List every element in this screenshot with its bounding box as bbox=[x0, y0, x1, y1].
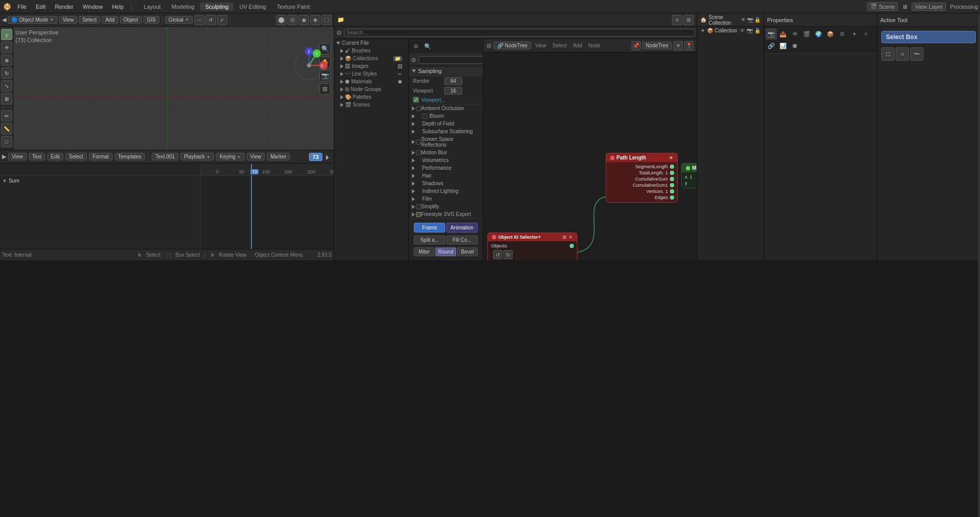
fb-filter-btn[interactable]: ⊞ bbox=[683, 15, 694, 25]
prop-icon-world[interactable]: 🌍 bbox=[813, 28, 824, 40]
fb-search-input[interactable] bbox=[344, 29, 695, 37]
fb-nodegroups[interactable]: ⊞ Node Groups bbox=[334, 85, 408, 93]
vp-add-menu[interactable]: Add bbox=[102, 16, 118, 24]
vp-view-menu[interactable]: View bbox=[59, 16, 78, 24]
fb-palettes[interactable]: 🎨 Palettes bbox=[334, 93, 408, 101]
navigation-gizmo[interactable]: X Y Z bbox=[288, 47, 330, 90]
prop-icon-particles[interactable]: ✦ bbox=[848, 28, 860, 40]
fill-co-btn[interactable]: Fill Co... bbox=[446, 236, 478, 244]
measure-tool[interactable]: 📏 bbox=[1, 123, 12, 134]
col-camera-icon[interactable]: 📷 bbox=[747, 28, 753, 33]
tool-icon-circle[interactable]: ○ bbox=[896, 47, 909, 61]
cursor-tool-btn[interactable]: ✛ bbox=[1, 42, 12, 53]
menu-file[interactable]: File bbox=[13, 3, 31, 11]
top-icon-1[interactable]: 🖥 bbox=[902, 4, 908, 10]
tl-keying-menu[interactable]: Keying ▼ bbox=[216, 153, 244, 161]
shadows-row[interactable]: Shadows bbox=[409, 180, 483, 187]
add-cube[interactable]: □ bbox=[1, 136, 12, 147]
fb-materials[interactable]: ⬟ Materials ⬟ bbox=[334, 78, 408, 85]
prop-icon-constraints[interactable]: 🔗 bbox=[766, 40, 777, 51]
prop-icon-physics[interactable]: ⚛ bbox=[860, 28, 872, 40]
tl-text-name[interactable]: Text.001 bbox=[152, 153, 178, 161]
rotate-tool[interactable]: ↻ bbox=[1, 67, 12, 79]
subsurface-row[interactable]: Subsurface Scattering bbox=[409, 128, 483, 135]
vp-select-menu[interactable]: Select bbox=[79, 16, 100, 24]
menu-window[interactable]: Window bbox=[79, 3, 107, 11]
prop-icon-render[interactable]: 📷 bbox=[766, 28, 777, 40]
simplify-row[interactable]: Simplify bbox=[409, 203, 483, 210]
col-eye-icon[interactable]: 👁 bbox=[740, 28, 745, 33]
scene-selector[interactable]: 🎬 Scene bbox=[867, 2, 898, 11]
ne-select-menu[interactable]: Select bbox=[550, 42, 569, 49]
tl-frame-number[interactable]: 73 bbox=[309, 153, 322, 161]
outliner-camera-icon[interactable]: 👁 bbox=[741, 17, 746, 23]
obj-id-icon-1[interactable]: ↺ bbox=[493, 250, 502, 259]
scale-tool-btn[interactable]: ⤢ bbox=[217, 15, 227, 25]
motion-blur-row[interactable]: Motion Blur bbox=[409, 149, 483, 156]
tl-edit-menu[interactable]: Edit bbox=[47, 153, 63, 161]
ne-node-menu[interactable]: Node bbox=[586, 42, 603, 49]
film-row[interactable]: Film bbox=[409, 195, 483, 203]
viewport-shading-material[interactable]: ◎ bbox=[287, 15, 298, 25]
prop-icon-modifier[interactable]: ⚙ bbox=[837, 28, 848, 40]
volumetrics-row[interactable]: Volumetrics bbox=[409, 156, 483, 164]
prop-icon-material[interactable]: ⬟ bbox=[789, 40, 801, 51]
xray-toggle[interactable]: ⬚ bbox=[321, 15, 332, 25]
move-tool-btn[interactable]: ↔ bbox=[194, 15, 205, 25]
props-icon-filter[interactable]: ⚙ bbox=[410, 41, 422, 52]
tool-icon-box[interactable]: □ bbox=[881, 47, 895, 61]
shading-selector[interactable]: Global ▼ bbox=[165, 16, 193, 24]
prop-icon-object[interactable]: 📦 bbox=[825, 28, 836, 40]
prop-icon-data[interactable]: 📊 bbox=[777, 40, 789, 51]
hair-row[interactable]: Hair bbox=[409, 172, 483, 180]
workspace-sculpting[interactable]: Sculpting bbox=[200, 3, 233, 11]
fb-scenes[interactable]: 🎬 Scenes bbox=[334, 101, 408, 109]
workspace-uv-editing[interactable]: UV Editing bbox=[234, 3, 271, 11]
pl-cumsum-socket[interactable] bbox=[670, 177, 674, 181]
view-layer-selector[interactable]: View Layer bbox=[912, 3, 946, 11]
viewport-3d[interactable]: User Perspective (73) Collection 🔍 ✋ 📷 ⊞ bbox=[13, 27, 334, 150]
viewport-denoise-checkbox[interactable]: ✓ bbox=[413, 97, 419, 103]
select-tool-btn[interactable]: ╔ bbox=[1, 29, 12, 40]
rotate-tool-btn[interactable]: ↺ bbox=[206, 15, 216, 25]
col-lock-icon[interactable]: 🔒 bbox=[754, 28, 760, 33]
obj-id-resize[interactable]: ⊞ bbox=[562, 235, 567, 240]
viewport-value[interactable]: 16 bbox=[444, 87, 462, 95]
ne-add-menu[interactable]: Add bbox=[571, 42, 584, 49]
tl-view-menu2[interactable]: View bbox=[247, 153, 265, 161]
animation-render-btn[interactable]: Animation bbox=[446, 223, 478, 233]
obj-id-objects-socket[interactable] bbox=[570, 244, 574, 248]
bevel-btn[interactable]: Bevel bbox=[457, 247, 478, 256]
timeline-summary-btn[interactable]: ▼ Sum bbox=[2, 178, 19, 184]
current-file-header[interactable]: Current File bbox=[334, 39, 408, 47]
tl-view-menu[interactable]: View bbox=[8, 153, 27, 161]
tl-templates-menu[interactable]: Templates bbox=[115, 153, 146, 161]
outliner-visibility-icon[interactable]: 📷 bbox=[747, 17, 753, 23]
tl-editor-icon[interactable]: ▶ bbox=[2, 153, 6, 160]
viewport-overlay-toggle[interactable]: ◈ bbox=[310, 15, 320, 25]
ne-mode-btn[interactable]: 🔗 NodeTree bbox=[494, 42, 531, 49]
props-icon-search[interactable]: 🔍 bbox=[422, 41, 433, 52]
tl-format-menu[interactable]: Format bbox=[89, 153, 113, 161]
performance-row[interactable]: Performance bbox=[409, 164, 483, 172]
indirect-lighting-row[interactable]: Indirect Lighting bbox=[409, 187, 483, 195]
node-canvas[interactable]: Path Length ✕ SegmentLength TotalLength.… bbox=[483, 52, 697, 260]
timeline-tracks[interactable] bbox=[201, 176, 334, 249]
pl-segment-socket[interactable] bbox=[670, 165, 674, 169]
props-search-input[interactable] bbox=[419, 56, 483, 64]
workspace-texture-paint[interactable]: Texture Paint bbox=[271, 3, 315, 11]
round-btn[interactable]: Round bbox=[435, 247, 456, 256]
menu-help[interactable]: Help bbox=[108, 3, 128, 11]
menu-render[interactable]: Render bbox=[51, 3, 78, 11]
move-tool[interactable]: ⊕ bbox=[1, 55, 12, 66]
left-toolbar-toggle[interactable]: ◀ bbox=[2, 16, 6, 23]
prop-icon-view[interactable]: 👁 bbox=[789, 28, 801, 40]
fb-collections[interactable]: 📦 Collections 📁 bbox=[334, 55, 408, 62]
ne-pin-icon[interactable]: 📌 bbox=[631, 41, 641, 50]
sampling-header[interactable]: Sampling bbox=[409, 66, 483, 76]
frame-render-btn[interactable]: Frame bbox=[414, 223, 445, 233]
ssr-row[interactable]: Screen Space Reflections bbox=[409, 135, 483, 149]
ambient-occlusion-row[interactable]: Ambient Occlusion bbox=[409, 104, 483, 112]
prop-icon-scene[interactable]: 🎬 bbox=[801, 28, 812, 40]
workspace-layout[interactable]: Layout bbox=[139, 3, 166, 11]
